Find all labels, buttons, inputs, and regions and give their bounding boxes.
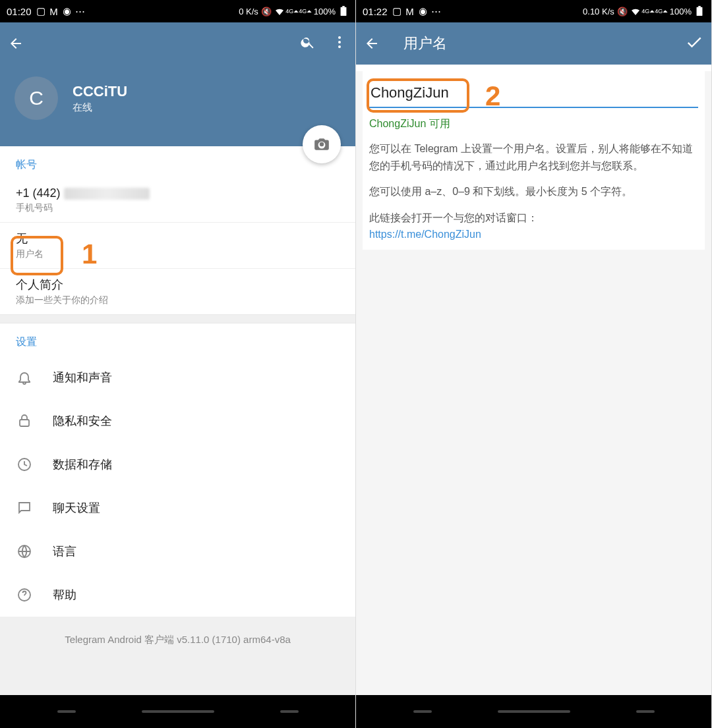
profile-header: C CCCiTU 在线 [0,65,355,146]
chat-notif-icon: ◉ [62,6,73,16]
settings-item-privacy[interactable]: 隐私和安全 [0,399,355,443]
annotation-number-1: 1 [82,238,97,270]
wifi-icon [630,6,641,16]
footer-version: Telegram Android 客户端 v5.11.0 (1710) arm6… [0,617,355,706]
settings-header: 设置 [0,323,355,356]
chat-notif-icon: ◉ [418,6,429,16]
phone-blurred [64,188,150,200]
battery-icon [338,6,349,16]
nav-home[interactable] [142,710,214,713]
username-input[interactable] [371,84,469,101]
confirm-icon[interactable] [685,33,703,54]
svg-point-3 [338,41,341,43]
help-icon [16,586,33,603]
username-label: 用户名 [16,248,340,260]
mail-icon: M [49,6,59,16]
settings-item-help[interactable]: 帮助 [0,573,355,617]
lock-icon [16,412,33,430]
status-bar: 01:20 ▢ M ◉ ⋯ 0 K/s 🔇 4G⏶ 4G⏶ 100% [0,0,355,22]
status-time: 01:22 [363,6,388,17]
annotation-number-2: 2 [485,80,500,112]
account-header: 帐号 [0,146,355,179]
avatar-letter: C [29,87,44,109]
settings-section: 设置 通知和声音 隐私和安全 数据和存储 聊天设置 [0,323,355,617]
username-link-intro: 此链接会打开一个与您的对话窗口： [369,210,698,227]
more-notif-icon: ⋯ [75,6,86,16]
phone-left: 01:20 ▢ M ◉ ⋯ 0 K/s 🔇 4G⏶ 4G⏶ 100% [0,0,356,728]
settings-item-data[interactable]: 数据和存储 [0,443,355,486]
nav-recent[interactable] [57,710,76,713]
toolbar: 用户名 [356,22,711,65]
signal-4g-icon-1: 4G⏶ [643,6,654,16]
settings-item-label: 帮助 [53,587,76,603]
nav-back[interactable] [280,710,299,713]
back-button[interactable] [364,36,390,51]
nav-recent[interactable] [413,710,432,713]
username-description-1: 您可以在 Telegram 上设置一个用户名。设置后，别人将能够在不知道您的手机… [369,140,698,174]
net-speed: 0.10 K/s [583,7,614,16]
svg-rect-10 [698,6,701,7]
nav-home[interactable] [498,710,570,713]
clock-icon [16,456,33,473]
battery-text: 100% [670,7,692,16]
username-input-row[interactable] [369,80,698,108]
settings-item-label: 数据和存储 [53,457,112,472]
bell-icon [16,369,33,386]
signal-4g-icon-2: 4G⏶ [657,6,667,16]
phone-right: 01:22 ▢ M ◉ ⋯ 0.10 K/s 🔇 4G⏶ 4G⏶ 100% [356,0,712,728]
status-time: 01:20 [7,6,32,17]
settings-item-chat[interactable]: 聊天设置 [0,486,355,530]
nav-back[interactable] [636,710,655,713]
wifi-icon [274,6,285,16]
username-link[interactable]: https://t.me/ChongZiJun [369,229,698,240]
toolbar-title: 用户名 [390,34,685,53]
gallery-icon: ▢ [36,6,46,16]
svg-rect-9 [697,7,703,16]
phone-row[interactable]: +1 (442) 手机号码 [0,179,355,223]
toolbar [0,22,355,65]
search-icon[interactable] [300,34,316,53]
status-bar: 01:22 ▢ M ◉ ⋯ 0.10 K/s 🔇 4G⏶ 4G⏶ 100% [356,0,711,22]
svg-rect-1 [342,6,345,7]
globe-icon [16,543,33,560]
camera-button[interactable] [303,125,341,163]
settings-item-notifications[interactable]: 通知和声音 [0,356,355,399]
settings-item-label: 通知和声音 [53,370,112,385]
android-navbar [356,695,711,728]
signal-4g-icon-2: 4G⏶ [301,6,311,16]
svg-rect-5 [20,420,29,426]
phone-label: 手机号码 [16,202,340,214]
settings-item-label: 聊天设置 [53,500,100,516]
net-speed: 0 K/s [239,7,258,16]
settings-item-language[interactable]: 语言 [0,530,355,573]
username-card: ChongZiJun 可用 您可以在 Telegram 上设置一个用户名。设置后… [363,71,705,250]
settings-item-label: 隐私和安全 [53,413,112,429]
profile-status: 在线 [73,101,127,114]
android-navbar [0,695,355,728]
mail-icon: M [405,6,415,16]
phone-value: +1 (442) [16,186,61,200]
username-available: ChongZiJun 可用 [369,117,698,131]
battery-text: 100% [314,7,336,16]
mute-icon: 🔇 [261,6,272,16]
svg-point-4 [338,45,341,48]
account-section: 帐号 +1 (442) 手机号码 无 用户名 个人简介 添加一些关于你的介绍 [0,146,355,314]
more-icon[interactable] [332,34,347,53]
status-right: 0 K/s 🔇 4G⏶ 4G⏶ 100% [239,6,349,16]
avatar[interactable]: C [15,76,58,120]
username-value: 无 [16,231,340,246]
mute-icon: 🔇 [617,6,628,16]
more-notif-icon: ⋯ [431,6,442,16]
profile-name: CCCiTU [73,83,127,100]
username-row[interactable]: 无 用户名 [0,223,355,269]
signal-4g-icon-1: 4G⏶ [287,6,298,16]
back-button[interactable] [8,36,34,51]
bio-row[interactable]: 个人简介 添加一些关于你的介绍 [0,269,355,314]
svg-rect-0 [341,7,347,16]
right-body: ChongZiJun 可用 您可以在 Telegram 上设置一个用户名。设置后… [356,71,711,702]
status-left: 01:20 ▢ M ◉ ⋯ [7,6,86,17]
chat-icon [16,499,33,517]
status-left: 01:22 ▢ M ◉ ⋯ [363,6,442,17]
svg-point-2 [338,36,341,39]
username-description-2: 您可以使用 a–z、0–9 和下划线。最小长度为 5 个字符。 [369,183,698,200]
